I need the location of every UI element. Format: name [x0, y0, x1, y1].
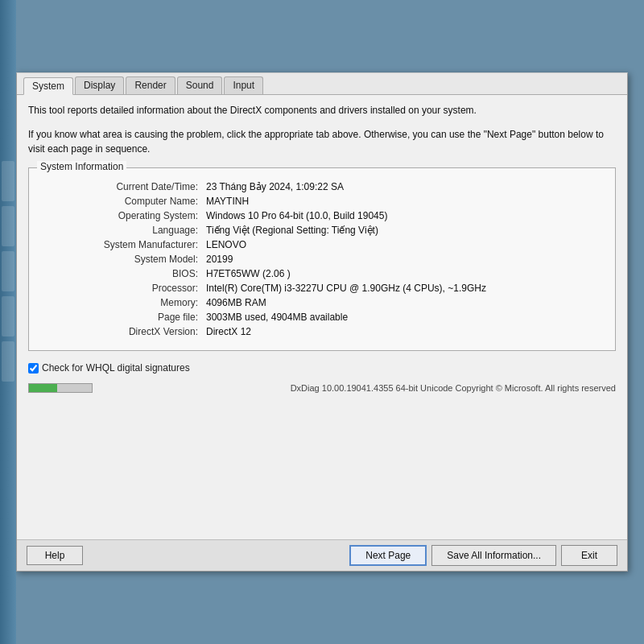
info-value: DirectX 12 [201, 324, 604, 339]
table-row: BIOS: H7ET65WW (2.06 ) [40, 266, 604, 281]
copyright-text: DxDiag 10.00.19041.4355 64-bit Unicode C… [99, 383, 616, 393]
info-label: Language: [40, 223, 201, 237]
table-row: Processor: Intel(R) Core(TM) i3-3227U CP… [40, 281, 604, 295]
progress-row: DxDiag 10.00.19041.4355 64-bit Unicode C… [28, 383, 616, 393]
info-value: H7ET65WW (2.06 ) [201, 266, 604, 281]
info-label: Current Date/Time: [40, 180, 201, 194]
exit-button[interactable]: Exit [561, 545, 617, 566]
help-button[interactable]: Help [27, 546, 83, 565]
table-row: Computer Name: MAYTINH [40, 194, 604, 208]
info-value: Windows 10 Pro 64-bit (10.0, Build 19045… [201, 208, 604, 223]
info-value: Tiếng Việt (Regional Setting: Tiếng Việt… [201, 223, 604, 237]
progress-fill [29, 384, 57, 392]
table-row: Memory: 4096MB RAM [40, 295, 604, 310]
whql-checkbox-row: Check for WHQL digital signatures [28, 362, 616, 374]
main-window: System Display Render Sound Input This t… [16, 72, 628, 572]
tab-sound[interactable]: Sound [177, 76, 223, 94]
tab-display[interactable]: Display [75, 76, 124, 94]
table-row: System Model: 20199 [40, 252, 604, 266]
tab-render[interactable]: Render [126, 76, 175, 94]
info-label: Processor: [40, 281, 201, 295]
info-value: Intel(R) Core(TM) i3-3227U CPU @ 1.90GHz… [201, 281, 604, 295]
info-value: LENOVO [201, 237, 604, 252]
info-value: 20199 [201, 252, 604, 266]
action-bar: Help Next Page Save All Information... E… [17, 539, 627, 571]
content-area: This tool reports detailed information a… [17, 95, 627, 539]
tab-system[interactable]: System [23, 77, 73, 95]
table-row: Page file: 3003MB used, 4904MB available [40, 310, 604, 324]
table-row: System Manufacturer: LENOVO [40, 237, 604, 252]
description1: This tool reports detailed information a… [28, 103, 616, 118]
system-info-table: Current Date/Time: 23 Tháng Bảy 2024, 1:… [40, 180, 604, 339]
info-label: Operating System: [40, 208, 201, 223]
system-info-group: System Information Current Date/Time: 23… [28, 167, 616, 351]
tab-bar: System Display Render Sound Input [17, 73, 627, 95]
info-value: MAYTINH [201, 194, 604, 208]
info-value: 4096MB RAM [201, 295, 604, 310]
description2: If you know what area is causing the pro… [28, 127, 616, 156]
save-all-button[interactable]: Save All Information... [431, 545, 556, 566]
whql-checkbox[interactable] [28, 363, 39, 374]
info-value: 3003MB used, 4904MB available [201, 310, 604, 324]
info-label: System Model: [40, 252, 201, 266]
info-label: Computer Name: [40, 194, 201, 208]
info-label: BIOS: [40, 266, 201, 281]
table-row: Operating System: Windows 10 Pro 64-bit … [40, 208, 604, 223]
tab-input[interactable]: Input [224, 76, 263, 94]
info-value: 23 Tháng Bảy 2024, 1:09:22 SA [201, 180, 604, 194]
table-row: DirectX Version: DirectX 12 [40, 324, 604, 339]
whql-label: Check for WHQL digital signatures [42, 362, 190, 374]
info-label: System Manufacturer: [40, 237, 201, 252]
group-title: System Information [37, 161, 126, 172]
table-row: Current Date/Time: 23 Tháng Bảy 2024, 1:… [40, 180, 604, 194]
info-label: DirectX Version: [40, 324, 201, 339]
next-page-button[interactable]: Next Page [349, 545, 427, 566]
info-label: Memory: [40, 295, 201, 310]
table-row: Language: Tiếng Việt (Regional Setting: … [40, 223, 604, 237]
progress-bar [28, 383, 93, 393]
info-label: Page file: [40, 310, 201, 324]
